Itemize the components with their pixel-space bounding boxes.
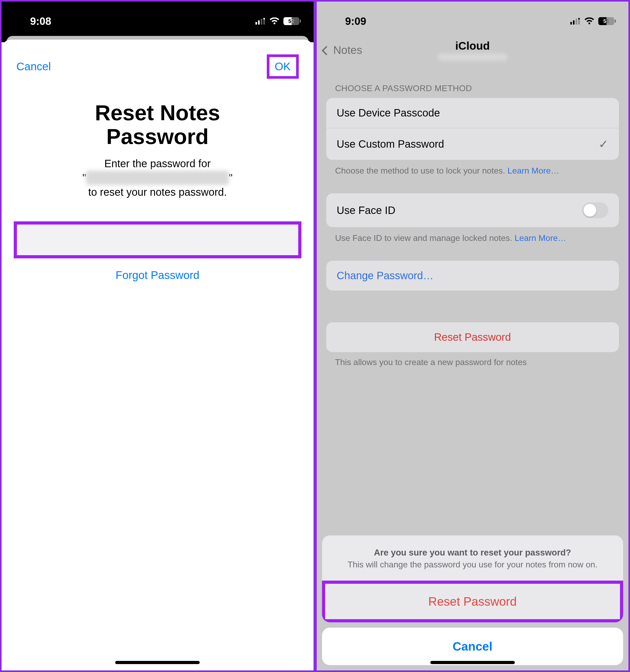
page-title: iCloud	[455, 40, 490, 52]
group-faceid: Use Face ID	[326, 193, 619, 227]
row-reset-password[interactable]: Reset Password	[326, 322, 619, 352]
group-password-method: Use Device Passcode Use Custom Password …	[326, 98, 619, 160]
group-reset-password: Reset Password	[326, 322, 619, 352]
svg-rect-7	[576, 19, 577, 25]
row-use-custom-password[interactable]: Use Custom Password ✓	[326, 128, 619, 160]
cancel-button[interactable]: Cancel	[16, 60, 51, 73]
cellular-icon	[570, 18, 580, 25]
battery-icon: 52	[284, 17, 301, 25]
status-time: 9:08	[14, 15, 51, 27]
status-bar: 9:09 51	[317, 2, 629, 36]
status-icons: 52	[256, 17, 301, 25]
action-sheet-cancel-button[interactable]: Cancel	[322, 628, 623, 665]
back-button[interactable]: Notes	[323, 44, 362, 56]
action-sheet-reset-button[interactable]: Reset Password	[322, 581, 623, 622]
redacted-account: xxxxxxxxxxxxxx	[438, 53, 507, 61]
footer-faceid: Use Face ID to view and manage locked no…	[317, 227, 629, 244]
screenshot-left: 9:08 52 Cancel OK Reset NotesPassword En…	[0, 0, 315, 672]
svg-point-9	[578, 18, 580, 20]
svg-point-4	[263, 18, 265, 20]
ok-button[interactable]: OK	[267, 54, 299, 79]
svg-rect-6	[573, 20, 575, 25]
status-icons: 51	[570, 17, 616, 25]
section-header-password-method: CHOOSE A PASSWORD METHOD	[317, 62, 629, 98]
svg-rect-2	[261, 19, 262, 25]
battery-icon: 51	[598, 17, 616, 25]
redacted-email: xxxxxxxxxxxxxxxxxxxxxxxxxxx	[86, 171, 229, 185]
row-use-device-passcode[interactable]: Use Device Passcode	[326, 98, 619, 128]
status-bar: 9:08 52	[2, 2, 314, 36]
chevron-left-icon	[323, 44, 332, 56]
faceid-toggle[interactable]	[582, 202, 608, 218]
footer-password-method: Choose the method to use to lock your no…	[317, 160, 629, 176]
checkmark-icon: ✓	[599, 137, 608, 151]
learn-more-link[interactable]: Learn More…	[507, 166, 559, 175]
wifi-icon	[584, 18, 595, 25]
svg-rect-0	[256, 22, 257, 25]
modal-nav: Cancel OK	[2, 40, 314, 85]
modal-title: Reset NotesPassword	[18, 101, 298, 148]
action-sheet: Are you sure you want to reset your pass…	[322, 535, 623, 665]
svg-rect-1	[258, 20, 260, 25]
wifi-icon	[269, 18, 280, 25]
status-time: 9:09	[330, 15, 366, 27]
home-indicator	[115, 661, 200, 664]
password-input[interactable]	[14, 221, 301, 258]
forgot-password-link[interactable]: Forgot Password	[116, 269, 199, 281]
footer-reset-password: This allows you to create a new password…	[317, 352, 629, 367]
screenshot-right: 9:09 51 Notes iCloud xxxxxxxxxxxxxx CHOO…	[315, 0, 630, 672]
action-sheet-message: Are you sure you want to reset your pass…	[322, 535, 623, 581]
row-change-password[interactable]: Change Password…	[326, 261, 619, 291]
modal-sheet: Cancel OK Reset NotesPassword Enter the …	[2, 40, 314, 666]
svg-rect-5	[570, 22, 572, 25]
group-change-password: Change Password…	[326, 261, 619, 291]
row-use-face-id[interactable]: Use Face ID	[326, 193, 619, 227]
settings-nav: Notes iCloud xxxxxxxxxxxxxx	[317, 36, 629, 62]
cellular-icon	[256, 18, 265, 25]
home-indicator	[430, 661, 515, 664]
learn-more-link[interactable]: Learn More…	[514, 233, 566, 243]
modal-subtitle: Enter the password for "xxxxxxxxxxxxxxxx…	[18, 157, 298, 199]
